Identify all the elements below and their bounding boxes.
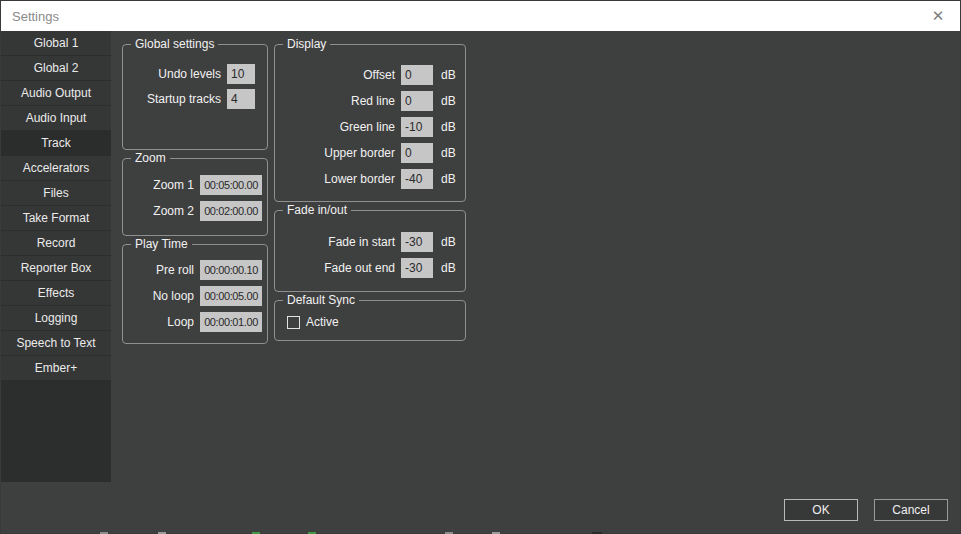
sidebar-item-label: Take Format — [23, 211, 90, 225]
settings-row: Undo levels — [123, 64, 255, 84]
sidebar-item[interactable]: Files — [1, 181, 111, 205]
settings-dialog: Settings ✕ Global 1 Global 2 Audio Outpu… — [0, 0, 961, 534]
titlebar[interactable]: Settings ✕ — [1, 1, 960, 31]
field-label: Zoom 1 — [153, 178, 194, 192]
value-input[interactable] — [401, 117, 433, 137]
field-label: Undo levels — [158, 67, 221, 81]
sidebar-item-label: Reporter Box — [21, 261, 92, 275]
sidebar-item-label: Logging — [35, 311, 78, 325]
close-icon[interactable]: ✕ — [916, 1, 960, 31]
sidebar-item[interactable]: Effects — [1, 281, 111, 305]
sidebar-item[interactable]: Ember+ — [1, 356, 111, 380]
group-title: Display — [283, 37, 330, 51]
sidebar: Global 1 Global 2 Audio Output Audio Inp… — [1, 31, 111, 482]
sidebar-item-label: Files — [43, 186, 68, 200]
sidebar-item[interactable]: Global 2 — [1, 56, 111, 80]
sidebar-item-label: Track — [41, 136, 71, 150]
group-default-sync: Default Sync Active — [274, 300, 466, 341]
value-input[interactable] — [227, 89, 255, 109]
sidebar-item-label: Global 1 — [34, 36, 79, 50]
sidebar-item-label: Global 2 — [34, 61, 79, 75]
settings-row: Zoom 2 — [123, 201, 262, 221]
group-play-time: Play Time Pre roll No loop Loop — [122, 244, 268, 344]
field-label: Lower border — [324, 172, 395, 186]
value-input[interactable] — [401, 232, 433, 252]
value-input[interactable] — [200, 201, 262, 221]
settings-row: Offset dB — [275, 65, 461, 85]
sidebar-item-label: Accelerators — [23, 161, 90, 175]
sidebar-item[interactable]: Audio Input — [1, 106, 111, 130]
group-zoom: Zoom Zoom 1 Zoom 2 — [122, 158, 268, 236]
settings-row: Loop — [123, 312, 262, 332]
field-label: Loop — [167, 315, 194, 329]
value-input[interactable] — [401, 65, 433, 85]
group-rows: Fade in start dB Fade out end dB — [275, 232, 461, 278]
group-rows: Zoom 1 Zoom 2 — [123, 175, 262, 221]
unit-label: dB — [441, 235, 461, 249]
unit-label: dB — [441, 120, 461, 134]
sidebar-item-label: Audio Input — [26, 111, 87, 125]
value-input[interactable] — [227, 64, 255, 84]
sidebar-item-label: Speech to Text — [16, 336, 95, 350]
sidebar-item-label: Record — [37, 236, 76, 250]
group-rows: Pre roll No loop Loop — [123, 260, 262, 332]
group-title: Default Sync — [283, 293, 359, 307]
settings-row: Zoom 1 — [123, 175, 262, 195]
settings-row: Fade out end dB — [275, 258, 461, 278]
field-label: Red line — [351, 94, 395, 108]
sidebar-item-label: Effects — [38, 286, 74, 300]
value-input[interactable] — [401, 258, 433, 278]
settings-row: No loop — [123, 286, 262, 306]
sidebar-item[interactable]: Speech to Text — [1, 331, 111, 355]
value-input[interactable] — [200, 312, 262, 332]
settings-row: Green line dB — [275, 117, 461, 137]
sidebar-item-label: Audio Output — [21, 86, 91, 100]
sidebar-item[interactable]: Audio Output — [1, 81, 111, 105]
active-checkbox[interactable] — [287, 316, 300, 329]
field-label: Green line — [340, 120, 395, 134]
cancel-button[interactable]: Cancel — [874, 499, 948, 521]
settings-row: Startup tracks — [123, 89, 255, 109]
field-label: Upper border — [324, 146, 395, 160]
group-title: Play Time — [131, 237, 192, 251]
group-rows: Offset dB Red line dB Green line dB Uppe… — [275, 65, 461, 189]
settings-row: Pre roll — [123, 260, 262, 280]
active-check-row: Active — [287, 315, 465, 329]
checkbox-label: Active — [306, 315, 339, 329]
group-rows: Undo levels Startup tracks — [123, 64, 255, 109]
value-input[interactable] — [200, 286, 262, 306]
settings-row: Lower border dB — [275, 169, 461, 189]
value-input[interactable] — [401, 143, 433, 163]
sidebar-item[interactable]: Record — [1, 231, 111, 255]
sidebar-item[interactable]: Track — [1, 131, 111, 155]
sidebar-item[interactable]: Logging — [1, 306, 111, 330]
value-input[interactable] — [401, 91, 433, 111]
field-label: No loop — [153, 289, 194, 303]
unit-label: dB — [441, 94, 461, 108]
settings-row: Upper border dB — [275, 143, 461, 163]
value-input[interactable] — [200, 175, 262, 195]
settings-row: Red line dB — [275, 91, 461, 111]
sidebar-item[interactable]: Take Format — [1, 206, 111, 230]
unit-label: dB — [441, 261, 461, 275]
group-display: Display Offset dB Red line dB Green line… — [274, 44, 466, 202]
ok-button[interactable]: OK — [784, 499, 858, 521]
unit-label: dB — [441, 146, 461, 160]
window-title: Settings — [12, 9, 59, 24]
settings-row: Fade in start dB — [275, 232, 461, 252]
field-label: Offset — [363, 68, 395, 82]
unit-label: dB — [441, 68, 461, 82]
sidebar-item[interactable]: Accelerators — [1, 156, 111, 180]
sidebar-item[interactable]: Global 1 — [1, 31, 111, 55]
group-title: Global settings — [131, 37, 218, 51]
value-input[interactable] — [401, 169, 433, 189]
field-label: Fade out end — [324, 261, 395, 275]
unit-label: dB — [441, 172, 461, 186]
sidebar-item-label: Ember+ — [35, 361, 77, 375]
field-label: Zoom 2 — [153, 204, 194, 218]
group-title: Zoom — [131, 151, 170, 165]
value-input[interactable] — [200, 260, 262, 280]
field-label: Startup tracks — [147, 92, 221, 106]
field-label: Pre roll — [156, 263, 194, 277]
sidebar-item[interactable]: Reporter Box — [1, 256, 111, 280]
